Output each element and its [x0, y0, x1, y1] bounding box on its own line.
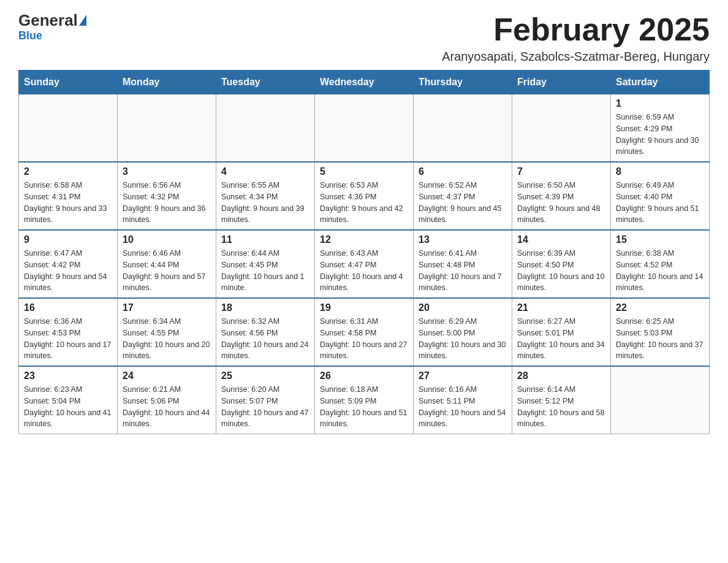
calendar-cell — [118, 94, 216, 163]
calendar-cell — [19, 94, 118, 163]
logo-triangle-icon — [79, 15, 86, 26]
day-number: 22 — [616, 302, 704, 313]
calendar-week-row: 2Sunrise: 6:58 AMSunset: 4:31 PMDaylight… — [19, 162, 710, 230]
weekday-header-wednesday: Wednesday — [315, 71, 414, 94]
calendar-cell: 14Sunrise: 6:39 AMSunset: 4:50 PMDayligh… — [512, 230, 611, 298]
calendar-cell — [512, 94, 611, 163]
calendar-cell: 12Sunrise: 6:43 AMSunset: 4:47 PMDayligh… — [315, 230, 414, 298]
calendar-cell — [315, 94, 414, 163]
day-info: Sunrise: 6:27 AMSunset: 5:01 PMDaylight:… — [517, 316, 605, 362]
day-info: Sunrise: 6:46 AMSunset: 4:44 PMDaylight:… — [123, 248, 211, 294]
month-title: February 2025 — [442, 12, 710, 47]
calendar-cell: 13Sunrise: 6:41 AMSunset: 4:48 PMDayligh… — [414, 230, 512, 298]
calendar-cell: 25Sunrise: 6:20 AMSunset: 5:07 PMDayligh… — [216, 366, 315, 434]
calendar-cell: 23Sunrise: 6:23 AMSunset: 5:04 PMDayligh… — [19, 366, 118, 434]
day-number: 25 — [221, 370, 309, 381]
day-number: 3 — [123, 166, 211, 177]
day-info: Sunrise: 6:44 AMSunset: 4:45 PMDaylight:… — [221, 248, 309, 294]
calendar-cell: 6Sunrise: 6:52 AMSunset: 4:37 PMDaylight… — [414, 162, 512, 230]
calendar-cell: 5Sunrise: 6:53 AMSunset: 4:36 PMDaylight… — [315, 162, 414, 230]
calendar-cell: 3Sunrise: 6:56 AMSunset: 4:32 PMDaylight… — [118, 162, 216, 230]
day-info: Sunrise: 6:41 AMSunset: 4:48 PMDaylight:… — [419, 248, 507, 294]
day-info: Sunrise: 6:20 AMSunset: 5:07 PMDaylight:… — [221, 384, 309, 430]
day-number: 16 — [24, 302, 112, 313]
day-number: 14 — [517, 234, 605, 245]
calendar-cell: 26Sunrise: 6:18 AMSunset: 5:09 PMDayligh… — [315, 366, 414, 434]
calendar-cell: 10Sunrise: 6:46 AMSunset: 4:44 PMDayligh… — [118, 230, 216, 298]
calendar-cell: 24Sunrise: 6:21 AMSunset: 5:06 PMDayligh… — [118, 366, 216, 434]
weekday-header-thursday: Thursday — [414, 71, 512, 94]
day-info: Sunrise: 6:58 AMSunset: 4:31 PMDaylight:… — [24, 180, 112, 226]
calendar-week-row: 16Sunrise: 6:36 AMSunset: 4:53 PMDayligh… — [19, 298, 710, 366]
day-info: Sunrise: 6:34 AMSunset: 4:55 PMDaylight:… — [123, 316, 211, 362]
calendar-cell: 22Sunrise: 6:25 AMSunset: 5:03 PMDayligh… — [611, 298, 710, 366]
day-info: Sunrise: 6:43 AMSunset: 4:47 PMDaylight:… — [320, 248, 408, 294]
day-number: 23 — [24, 370, 112, 381]
day-number: 9 — [24, 234, 112, 245]
day-number: 2 — [24, 166, 112, 177]
calendar-week-row: 1Sunrise: 6:59 AMSunset: 4:29 PMDaylight… — [19, 94, 710, 163]
day-info: Sunrise: 6:36 AMSunset: 4:53 PMDaylight:… — [24, 316, 112, 362]
day-info: Sunrise: 6:31 AMSunset: 4:58 PMDaylight:… — [320, 316, 408, 362]
calendar-cell: 9Sunrise: 6:47 AMSunset: 4:42 PMDaylight… — [19, 230, 118, 298]
calendar-cell: 2Sunrise: 6:58 AMSunset: 4:31 PMDaylight… — [19, 162, 118, 230]
day-number: 8 — [616, 166, 704, 177]
calendar-cell: 17Sunrise: 6:34 AMSunset: 4:55 PMDayligh… — [118, 298, 216, 366]
day-info: Sunrise: 6:25 AMSunset: 5:03 PMDaylight:… — [616, 316, 704, 362]
calendar-cell: 8Sunrise: 6:49 AMSunset: 4:40 PMDaylight… — [611, 162, 710, 230]
page-header: General Blue February 2025 Aranyosapati,… — [18, 12, 710, 64]
calendar-cell: 11Sunrise: 6:44 AMSunset: 4:45 PMDayligh… — [216, 230, 315, 298]
day-info: Sunrise: 6:59 AMSunset: 4:29 PMDaylight:… — [616, 112, 704, 158]
day-number: 15 — [616, 234, 704, 245]
day-info: Sunrise: 6:38 AMSunset: 4:52 PMDaylight:… — [616, 248, 704, 294]
calendar-cell: 1Sunrise: 6:59 AMSunset: 4:29 PMDaylight… — [611, 94, 710, 163]
day-number: 28 — [517, 370, 605, 381]
weekday-header-row: SundayMondayTuesdayWednesdayThursdayFrid… — [19, 71, 710, 94]
logo: General Blue — [18, 12, 86, 42]
day-number: 7 — [517, 166, 605, 177]
calendar-week-row: 9Sunrise: 6:47 AMSunset: 4:42 PMDaylight… — [19, 230, 710, 298]
day-number: 11 — [221, 234, 309, 245]
day-number: 12 — [320, 234, 408, 245]
day-number: 1 — [616, 98, 704, 109]
day-info: Sunrise: 6:39 AMSunset: 4:50 PMDaylight:… — [517, 248, 605, 294]
calendar-cell: 28Sunrise: 6:14 AMSunset: 5:12 PMDayligh… — [512, 366, 611, 434]
day-number: 18 — [221, 302, 309, 313]
calendar-cell: 20Sunrise: 6:29 AMSunset: 5:00 PMDayligh… — [414, 298, 512, 366]
day-info: Sunrise: 6:23 AMSunset: 5:04 PMDaylight:… — [24, 384, 112, 430]
day-info: Sunrise: 6:49 AMSunset: 4:40 PMDaylight:… — [616, 180, 704, 226]
calendar-cell — [414, 94, 512, 163]
day-number: 4 — [221, 166, 309, 177]
weekday-header-tuesday: Tuesday — [216, 71, 315, 94]
day-info: Sunrise: 6:56 AMSunset: 4:32 PMDaylight:… — [123, 180, 211, 226]
calendar-cell: 21Sunrise: 6:27 AMSunset: 5:01 PMDayligh… — [512, 298, 611, 366]
calendar-cell: 7Sunrise: 6:50 AMSunset: 4:39 PMDaylight… — [512, 162, 611, 230]
day-info: Sunrise: 6:55 AMSunset: 4:34 PMDaylight:… — [221, 180, 309, 226]
day-number: 21 — [517, 302, 605, 313]
calendar-table: SundayMondayTuesdayWednesdayThursdayFrid… — [18, 70, 710, 434]
weekday-header-monday: Monday — [118, 71, 216, 94]
day-info: Sunrise: 6:29 AMSunset: 5:00 PMDaylight:… — [419, 316, 507, 362]
logo-main-text: General — [18, 12, 78, 28]
weekday-header-sunday: Sunday — [19, 71, 118, 94]
day-number: 26 — [320, 370, 408, 381]
day-number: 10 — [123, 234, 211, 245]
calendar-cell: 19Sunrise: 6:31 AMSunset: 4:58 PMDayligh… — [315, 298, 414, 366]
title-block: February 2025 Aranyosapati, Szabolcs-Sza… — [442, 12, 710, 64]
day-number: 17 — [123, 302, 211, 313]
day-number: 27 — [419, 370, 507, 381]
day-number: 13 — [419, 234, 507, 245]
day-info: Sunrise: 6:47 AMSunset: 4:42 PMDaylight:… — [24, 248, 112, 294]
day-info: Sunrise: 6:32 AMSunset: 4:56 PMDaylight:… — [221, 316, 309, 362]
calendar-cell: 16Sunrise: 6:36 AMSunset: 4:53 PMDayligh… — [19, 298, 118, 366]
day-info: Sunrise: 6:53 AMSunset: 4:36 PMDaylight:… — [320, 180, 408, 226]
day-info: Sunrise: 6:18 AMSunset: 5:09 PMDaylight:… — [320, 384, 408, 430]
day-info: Sunrise: 6:16 AMSunset: 5:11 PMDaylight:… — [419, 384, 507, 430]
calendar-cell: 15Sunrise: 6:38 AMSunset: 4:52 PMDayligh… — [611, 230, 710, 298]
day-number: 20 — [419, 302, 507, 313]
calendar-cell: 27Sunrise: 6:16 AMSunset: 5:11 PMDayligh… — [414, 366, 512, 434]
calendar-cell — [216, 94, 315, 163]
day-info: Sunrise: 6:21 AMSunset: 5:06 PMDaylight:… — [123, 384, 211, 430]
day-number: 6 — [419, 166, 507, 177]
weekday-header-friday: Friday — [512, 71, 611, 94]
